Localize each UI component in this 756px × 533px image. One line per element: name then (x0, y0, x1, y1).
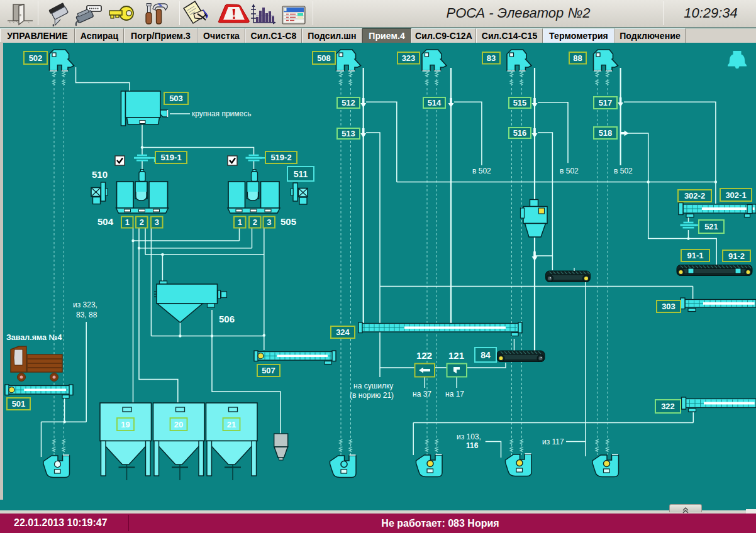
svg-text:322: 322 (661, 402, 675, 411)
svg-text:514: 514 (428, 98, 442, 107)
svg-text:518: 518 (599, 128, 613, 138)
svg-text:323: 323 (402, 53, 416, 63)
svg-text:121: 121 (448, 350, 464, 361)
svg-text:83: 83 (487, 53, 496, 63)
svg-text:2: 2 (253, 217, 257, 227)
svg-text:84: 84 (481, 350, 491, 360)
svg-text:519-2: 519-2 (270, 153, 291, 162)
svg-text:в 502: в 502 (560, 167, 579, 175)
svg-text:91-2: 91-2 (728, 251, 745, 261)
svg-text:на 17: на 17 (445, 390, 464, 398)
svg-text:510: 510 (92, 169, 108, 180)
svg-text:на 37: на 37 (413, 390, 431, 398)
svg-text:83, 88: 83, 88 (76, 310, 97, 319)
svg-text:в 502: в 502 (472, 167, 491, 175)
svg-text:19: 19 (121, 420, 130, 429)
svg-text:504: 504 (97, 216, 114, 227)
svg-text:508: 508 (317, 53, 331, 63)
svg-text:513: 513 (342, 129, 355, 138)
svg-text:521: 521 (704, 222, 718, 231)
svg-text:1: 1 (125, 217, 130, 227)
svg-text:303: 303 (662, 302, 675, 311)
svg-text:502: 502 (29, 53, 43, 63)
svg-text:20: 20 (174, 420, 183, 429)
svg-text:88: 88 (573, 53, 582, 63)
svg-text:122: 122 (416, 350, 432, 361)
svg-text:302-1: 302-1 (725, 190, 746, 200)
svg-text:(в норию 21): (в норию 21) (350, 391, 394, 400)
svg-text:519-1: 519-1 (160, 153, 181, 162)
svg-text:91-1: 91-1 (687, 251, 703, 260)
svg-text:324: 324 (336, 327, 350, 337)
svg-text:503: 503 (169, 94, 183, 103)
svg-text:501: 501 (12, 399, 26, 409)
svg-text:в 502: в 502 (614, 167, 633, 175)
svg-text:из 323,: из 323, (73, 300, 97, 309)
svg-text:крупная примесь: крупная примесь (192, 109, 251, 118)
svg-text:из 103,: из 103, (457, 432, 481, 441)
svg-text:515: 515 (513, 98, 527, 107)
svg-text:505: 505 (281, 216, 296, 227)
svg-text:516: 516 (513, 128, 527, 138)
svg-text:Завал.яма №4: Завал.яма №4 (6, 333, 62, 342)
svg-text:116: 116 (466, 441, 479, 450)
svg-text:302-2: 302-2 (684, 191, 705, 201)
svg-text:2: 2 (140, 217, 144, 227)
svg-text:из 117: из 117 (542, 437, 564, 446)
svg-text:517: 517 (599, 98, 613, 107)
svg-text:507: 507 (262, 366, 275, 375)
svg-text:3: 3 (267, 217, 271, 227)
svg-text:на сушилку: на сушилку (353, 382, 393, 390)
svg-text:1: 1 (238, 217, 242, 227)
svg-text:506: 506 (219, 314, 235, 324)
svg-text:3: 3 (155, 217, 159, 227)
svg-text:21: 21 (227, 420, 236, 429)
svg-text:512: 512 (342, 98, 355, 107)
svg-text:511: 511 (294, 169, 308, 179)
